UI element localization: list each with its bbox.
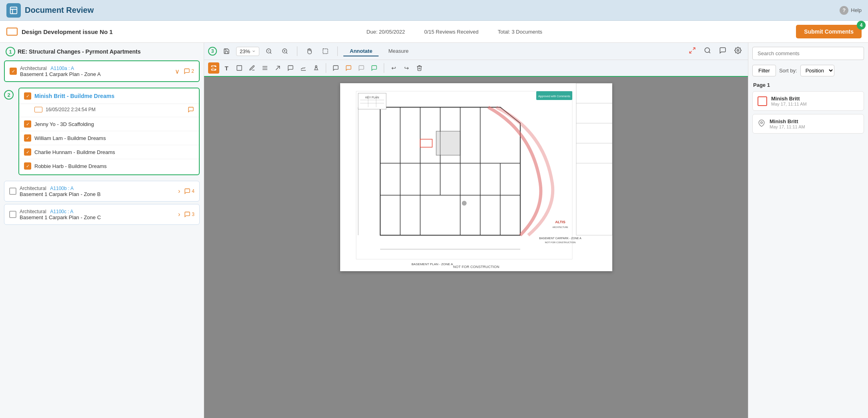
total-documents: Total: 3 Documents	[498, 29, 542, 35]
signature-tool-btn[interactable]	[298, 62, 309, 74]
comment-badge-a: 2	[184, 68, 194, 74]
svg-rect-8	[323, 49, 328, 54]
doc-item-header-b: Architectural A1100b : A Basement 1 Carp…	[4, 181, 199, 201]
clear-btn[interactable]	[414, 62, 425, 74]
doc-name-c: Basement 1 Carpark Plan - Zone C	[20, 214, 175, 220]
doc-checkbox-b[interactable]	[9, 188, 16, 195]
issue-name: Design Development issue No 1	[22, 28, 113, 35]
step1-badge: 1	[6, 47, 15, 56]
doc-info-c: Architectural A1100c : A Basement 1 Carp…	[20, 208, 175, 220]
zoom-display: 23%	[236, 47, 259, 56]
toolbar-right	[686, 45, 744, 57]
stamp-tool-btn[interactable]	[311, 62, 322, 74]
svg-rect-41	[436, 131, 460, 155]
document-viewer[interactable]: BASEMENT CARPARK - ZONE A NOT FOR CONSTR…	[204, 77, 748, 418]
text-tool-btn[interactable]: T	[221, 62, 232, 74]
document-item-c[interactable]: Architectural A1100c : A Basement 1 Carp…	[4, 204, 200, 225]
reviewer-item-jenny: ✓ Jenny Yo - 3D Scaffolding	[19, 117, 199, 131]
toolbar-row1: 3 23%	[204, 43, 748, 60]
reviewer-date-row: 16/05/2022 2:24:54 PM	[19, 104, 199, 115]
filter-button[interactable]: Filter	[752, 65, 776, 76]
comment-card-1[interactable]: Minish Britt May 17, 11:11 AM	[752, 91, 864, 111]
note-tool-btn[interactable]	[343, 62, 354, 74]
doc-info-b: Architectural A1100b : A Basement 1 Carp…	[20, 185, 175, 197]
toolbar-row2: T	[204, 60, 748, 76]
left-panel: 1 RE: Structural Changes - Pyrmont Apart…	[0, 43, 204, 418]
comment-card-2[interactable]: Minish Britt May 17, 11:11 AM	[752, 114, 864, 134]
toolbar-row2-separator	[326, 63, 326, 73]
measure-tab[interactable]: Measure	[382, 46, 415, 56]
doc-type-a: Architectural	[20, 66, 47, 71]
fullscreen-btn[interactable]	[686, 45, 698, 57]
markup-tool-btn[interactable]	[356, 62, 367, 74]
toolbar-separator-2	[337, 46, 338, 56]
highlight-line-btn[interactable]	[259, 62, 271, 74]
chevron-right-icon-c[interactable]: ›	[178, 211, 180, 218]
svg-line-10	[690, 51, 692, 53]
zoom-in-btn[interactable]	[279, 46, 291, 56]
page-label: Page 1	[748, 79, 868, 90]
due-date: Due: 20/05/2022	[367, 29, 405, 35]
pan-btn[interactable]	[303, 46, 316, 56]
callout-tool-btn[interactable]	[285, 62, 296, 74]
comment-badge-c: 3	[184, 211, 194, 218]
comments-toggle-btn[interactable]	[717, 45, 729, 57]
reviewer-checkbox-robbie[interactable]: ✓	[24, 162, 31, 170]
center-panel: 3 23%	[204, 43, 748, 418]
redo-btn[interactable]: ↪	[401, 62, 412, 74]
settings-btn[interactable]	[732, 45, 744, 57]
reviewer-checkbox-charlie[interactable]: ✓	[24, 148, 31, 156]
step3-badge: 3	[208, 47, 217, 56]
app-header: Document Review ? Help	[0, 0, 868, 21]
chevron-down-icon-a[interactable]: ∨	[175, 68, 180, 75]
pencil-tool-btn[interactable]	[247, 62, 258, 74]
comment-info-2: Minish Britt May 17, 11:11 AM	[770, 118, 805, 129]
envelope-icon	[6, 28, 18, 36]
reply-tool-btn[interactable]	[369, 62, 380, 74]
reviewer-list: ✓ Jenny Yo - 3D Scaffolding ✓ William La…	[19, 115, 199, 174]
search-btn[interactable]	[702, 45, 714, 57]
comment-color-btn[interactable]	[330, 62, 341, 74]
highlight-tool-btn[interactable]	[208, 62, 219, 74]
zoom-out-btn[interactable]	[263, 46, 275, 56]
doc-checkbox-a[interactable]: ✓	[10, 68, 17, 75]
undo-btn[interactable]: ↩	[388, 62, 399, 74]
svg-point-60	[761, 122, 763, 124]
sort-select[interactable]: Position Date Author	[800, 65, 834, 76]
issue-bar: Design Development issue No 1 Due: 20/05…	[0, 21, 868, 43]
svg-line-12	[709, 52, 710, 53]
comment-date-2: May 17, 11:11 AM	[770, 124, 805, 129]
floor-plan-canvas: BASEMENT CARPARK - ZONE A NOT FOR CONSTR…	[340, 83, 612, 271]
select-btn[interactable]	[319, 46, 332, 56]
reviewer-name: Minish Britt - Buildme Dreams	[34, 93, 114, 99]
date-envelope-icon	[34, 107, 42, 112]
doc-checkbox-c[interactable]	[9, 211, 16, 218]
svg-text:ARCHITECTURE: ARCHITECTURE	[552, 226, 568, 228]
document-item-a[interactable]: ✓ Architectural A1100a : A Basement 1 Ca…	[4, 60, 200, 82]
submit-badge: 4	[857, 21, 866, 30]
document-item-b[interactable]: Architectural A1100b : A Basement 1 Carp…	[4, 181, 200, 202]
submit-comments-button[interactable]: Submit Comments 4	[796, 25, 862, 38]
svg-line-18	[276, 66, 279, 70]
help-icon: ?	[840, 6, 848, 15]
save-icon-btn[interactable]	[220, 46, 233, 56]
app-title: Document Review	[25, 6, 94, 15]
doc-actions-b: › 4	[178, 188, 194, 195]
reviewer-checkbox[interactable]: ✓	[24, 92, 31, 100]
svg-point-11	[705, 48, 710, 52]
annotate-tab[interactable]: Annotate	[343, 46, 379, 56]
comment-date-1: May 17, 11:11 AM	[771, 102, 807, 106]
rectangle-tool-btn[interactable]	[234, 62, 245, 74]
svg-point-13	[737, 50, 739, 52]
logo-icon	[6, 3, 21, 18]
help-button[interactable]: ? Help	[840, 6, 862, 15]
arrow-tool-btn[interactable]	[272, 62, 283, 74]
toolbar-row2-separator2	[384, 63, 384, 73]
reviewer-checkbox-william[interactable]: ✓	[24, 134, 31, 142]
svg-text:BASEMENT PLAN - ZONE A: BASEMENT PLAN - ZONE A	[411, 262, 453, 266]
search-comments-input[interactable]	[752, 47, 864, 60]
doc-type-c: Architectural	[20, 209, 46, 214]
chevron-right-icon-b[interactable]: ›	[178, 188, 180, 195]
reviewer-checkbox-jenny[interactable]: ✓	[24, 120, 31, 128]
svg-text:BASEMENT CARPARK - ZONE A: BASEMENT CARPARK - ZONE A	[539, 237, 581, 240]
